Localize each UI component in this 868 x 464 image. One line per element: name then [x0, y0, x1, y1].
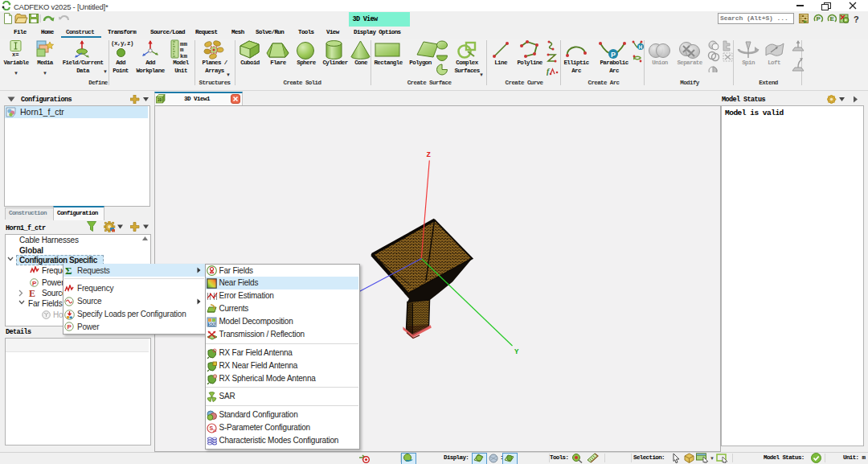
svg-text:21: 21 [213, 428, 217, 432]
svg-text:Z: Z [427, 151, 431, 159]
svg-text:E: E [830, 15, 835, 23]
svg-text:SOL: SOL [208, 322, 216, 326]
svg-text:H: H [639, 44, 643, 50]
svg-text:P: P [67, 323, 72, 331]
svg-text:km: km [180, 53, 188, 60]
svg-text:P: P [816, 15, 821, 23]
svg-text:P: P [611, 51, 616, 59]
svg-text:P: P [32, 279, 37, 286]
svg-text:Y: Y [514, 348, 519, 356]
svg-text:3D: 3D [158, 98, 162, 102]
svg-text:?: ? [854, 14, 859, 24]
svg-text:x=: x= [12, 51, 18, 57]
